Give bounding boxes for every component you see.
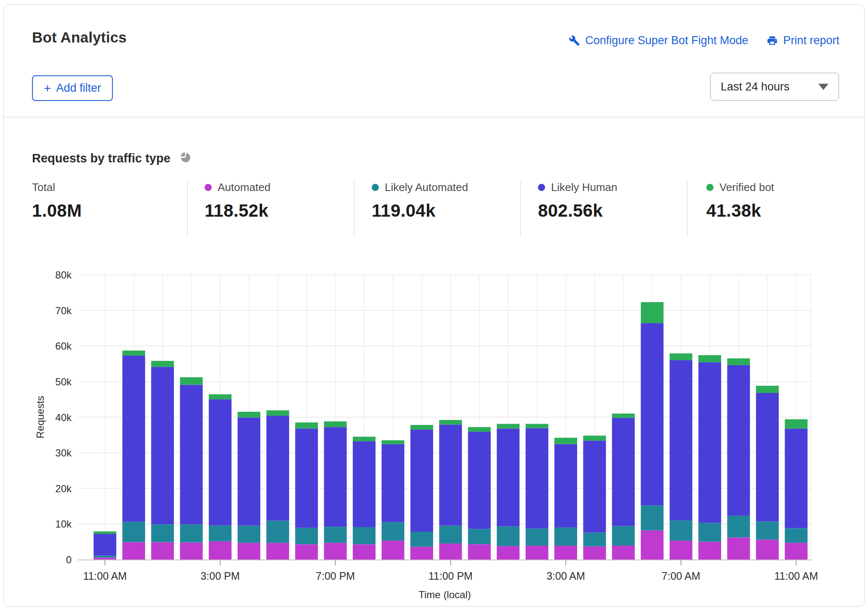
svg-text:20k: 20k bbox=[55, 483, 72, 494]
stat-divider bbox=[354, 181, 354, 237]
stat-verified-bot-value: 41.38k bbox=[706, 201, 774, 221]
time-range-value: Last 24 hours bbox=[721, 80, 790, 93]
svg-text:50k: 50k bbox=[55, 376, 72, 387]
automated-legend-dot-icon bbox=[205, 184, 212, 191]
add-filter-button[interactable]: + Add filter bbox=[32, 75, 113, 101]
time-range-select[interactable]: Last 24 hours bbox=[710, 73, 839, 101]
stat-total-value: 1.08M bbox=[32, 201, 82, 221]
plus-icon: + bbox=[44, 82, 51, 95]
print-report-link[interactable]: Print report bbox=[767, 34, 839, 47]
stat-likely-human: Likely Human 802.56k bbox=[538, 181, 618, 221]
svg-text:Time (local): Time (local) bbox=[418, 589, 471, 600]
page-title: Bot Analytics bbox=[32, 29, 127, 46]
svg-text:30k: 30k bbox=[55, 447, 72, 459]
likely-automated-legend-dot-icon bbox=[372, 184, 379, 191]
stat-likely-human-label: Likely Human bbox=[551, 181, 618, 194]
stat-automated: Automated 118.52k bbox=[205, 181, 271, 221]
add-filter-label: Add filter bbox=[56, 82, 101, 95]
svg-text:60k: 60k bbox=[55, 340, 72, 352]
header-actions: Configure Super Bot Fight Mode Print rep… bbox=[569, 34, 839, 47]
print-link-label: Print report bbox=[783, 34, 839, 47]
traffic-type-stats: Total 1.08M Automated 118.52k Likely Aut… bbox=[4, 181, 864, 238]
svg-text:Requests: Requests bbox=[35, 396, 46, 438]
verified-bot-legend-dot-icon bbox=[706, 184, 714, 191]
configure-super-bot-fight-mode-link[interactable]: Configure Super Bot Fight Mode bbox=[569, 34, 748, 47]
stat-likely-human-value: 802.56k bbox=[538, 201, 618, 221]
svg-text:70k: 70k bbox=[55, 305, 72, 316]
svg-text:0: 0 bbox=[66, 554, 72, 565]
svg-text:40k: 40k bbox=[55, 412, 72, 423]
stat-total: Total 1.08M bbox=[32, 181, 82, 221]
page: Bot Analytics Configure Super Bot Fight … bbox=[0, 0, 868, 610]
svg-text:11:00 AM: 11:00 AM bbox=[774, 570, 818, 582]
wrench-icon bbox=[569, 35, 580, 46]
requests-by-traffic-type-chart: 010k20k30k40k50k60k70k80k11:00 AM3:00 PM… bbox=[0, 261, 868, 602]
chevron-down-icon bbox=[818, 84, 828, 90]
printer-icon bbox=[767, 35, 778, 46]
svg-text:80k: 80k bbox=[55, 269, 72, 281]
svg-text:3:00 AM: 3:00 AM bbox=[546, 570, 585, 582]
stat-verified-bot: Verified bot 41.38k bbox=[706, 181, 774, 221]
section-title-row: Requests by traffic type bbox=[32, 151, 192, 166]
card-header: Bot Analytics Configure Super Bot Fight … bbox=[4, 5, 864, 117]
stat-divider bbox=[520, 181, 521, 237]
svg-text:7:00 PM: 7:00 PM bbox=[316, 570, 355, 582]
stat-likely-automated: Likely Automated 119.04k bbox=[372, 181, 468, 221]
pie-chart-icon bbox=[179, 151, 192, 166]
stat-total-label: Total bbox=[32, 181, 55, 194]
svg-text:3:00 PM: 3:00 PM bbox=[200, 570, 240, 582]
svg-text:10k: 10k bbox=[55, 518, 72, 530]
stat-divider bbox=[187, 181, 188, 237]
configure-link-label: Configure Super Bot Fight Mode bbox=[585, 34, 748, 47]
svg-text:11:00 AM: 11:00 AM bbox=[83, 570, 127, 582]
stacked-bar-chart-canvas: 010k20k30k40k50k60k70k80k11:00 AM3:00 PM… bbox=[0, 261, 868, 602]
stat-automated-value: 118.52k bbox=[205, 201, 271, 221]
likely-human-legend-dot-icon bbox=[538, 184, 545, 191]
section-title: Requests by traffic type bbox=[32, 151, 170, 165]
stat-likely-automated-label: Likely Automated bbox=[385, 181, 468, 194]
stat-automated-label: Automated bbox=[218, 181, 271, 194]
stat-verified-bot-label: Verified bot bbox=[719, 181, 774, 194]
stat-divider bbox=[687, 181, 687, 237]
stat-likely-automated-value: 119.04k bbox=[372, 201, 468, 221]
svg-text:7:00 AM: 7:00 AM bbox=[662, 570, 700, 582]
svg-text:11:00 PM: 11:00 PM bbox=[429, 570, 473, 582]
